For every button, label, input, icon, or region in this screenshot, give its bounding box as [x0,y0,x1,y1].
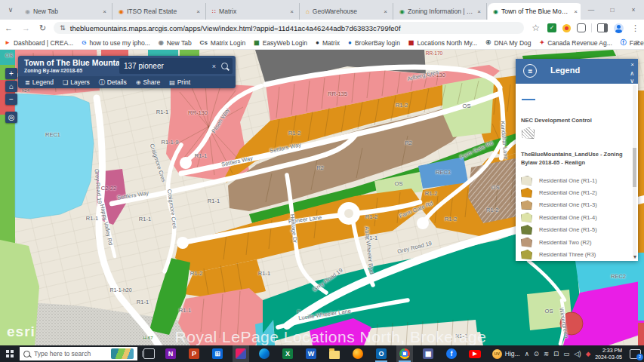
search-icon[interactable] [221,63,228,69]
home-extent-button[interactable]: ⌂ [5,81,17,92]
legend-item: Residential One (R1-5) [521,224,633,236]
browser-tab[interactable]: ⌂ GeoWarehouse × [300,3,393,20]
legend-chevron-up-icon[interactable]: ∧ [630,71,634,77]
uv-index-icon: UV [492,349,502,359]
clear-search-icon[interactable]: × [212,63,216,70]
close-window-button[interactable]: × [623,6,644,14]
menu-kebab-icon[interactable]: ⋮ [631,23,639,33]
tray-icon[interactable]: ◁) [574,350,581,357]
taskbar-app-button[interactable]: N [162,345,179,362]
tab-title: GeoWarehouse [313,8,381,15]
notification-badge: 2 [636,354,643,360]
app-icon: P [189,348,199,359]
taskbar-app-button[interactable]: P [186,345,202,362]
bookmark-item[interactable]: ● BrokerBay login [348,39,400,47]
bookmark-item[interactable]: ▩ Locations North My... [408,39,477,47]
taskbar-clock[interactable]: 2:33 PM 2024-03-05 [595,347,622,361]
legend-scroll-down-icon[interactable]: ▾ [633,253,636,260]
taskbar-search-box[interactable]: Type here to search [20,347,137,360]
profile-avatar[interactable] [614,23,624,33]
tray-icon[interactable]: ∧ [525,350,529,357]
forward-icon[interactable]: → [22,23,30,32]
browser-tab[interactable]: ◉ ITSO Real Estate × [113,3,206,20]
legend-close-icon[interactable]: × [630,62,634,68]
tab-search-button[interactable]: ∨ [3,2,18,17]
side-panel-icon[interactable] [597,23,608,32]
bookmark-item[interactable]: ✦ Canada Revenue Ag... [540,39,612,47]
bookmark-star-icon[interactable]: ☆ [532,23,540,33]
legend-item-label: Residential One (R1-3) [539,201,597,208]
bookmark-item[interactable]: ● Matrix [316,39,340,47]
tab-close-icon[interactable]: × [290,8,294,15]
tab-close-icon[interactable]: × [384,8,387,15]
taskbar-app-button[interactable] [326,345,343,362]
toolbar-item[interactable]: ❏ Layers [63,78,90,86]
extension-honey-icon[interactable] [562,24,571,32]
bookmark-item[interactable]: ► Dashboard | CREA... [5,39,73,47]
windows-logo-icon [6,350,14,357]
taskbar-app-button[interactable] [396,345,413,362]
bookmarks-overflow-icon[interactable]: » [635,38,639,46]
address-bar[interactable]: ⇅ thebluemountains.maps.arcgis.com/apps/… [54,22,524,34]
app-subtitle: Zoning By-law #2018-65 [24,68,82,73]
taskbar-app-button[interactable]: f [443,345,460,362]
start-button[interactable] [0,345,20,362]
taskbar-app-button[interactable] [256,345,273,362]
browser-tab[interactable]: ◉ Town of The Blue Mountai... × [488,3,583,20]
browser-tab-strip: ∨ ◉ New Tab × ◉ ITSO Real Estate × ∷ Mat… [0,0,644,20]
browser-tab[interactable]: ∷ Matrix × [207,3,300,20]
taskbar-app-button[interactable]: W [303,345,319,362]
app-icon [329,351,340,359]
tray-icon[interactable]: ⊙ [534,350,539,357]
zoom-in-button[interactable]: + [5,68,17,79]
taskbar-app-button[interactable]: X [279,345,296,362]
extensions-icon[interactable] [577,23,586,32]
toolbar-item[interactable]: ▤ Print [169,78,190,86]
minimize-button[interactable]: — [581,6,602,14]
extension-check-icon[interactable]: ✓ [547,23,556,32]
tray-icon[interactable]: ◆ [586,350,591,357]
search-highlight-image[interactable] [111,348,134,359]
legend-scrollbar-thumb[interactable] [633,148,636,187]
toolbar-item[interactable]: ⊕ Share [136,78,160,86]
tab-close-icon[interactable]: × [196,8,200,15]
tab-close-icon[interactable]: × [574,8,578,15]
toolbar-item[interactable]: ⓘ Details [99,78,127,87]
taskbar-app-button[interactable]: ⊞ [209,345,226,362]
legend-body: NEC Development Control TheBlueMountains… [516,84,638,261]
taskbar-app-button[interactable]: ▶ [467,345,483,362]
tray-icon[interactable]: ≋ [544,350,549,357]
bookmark-item[interactable]: ▦ EasyWeb Login [254,39,307,47]
back-icon[interactable]: ← [5,23,13,32]
taskbar-app-button[interactable]: O [373,345,390,362]
browser-tab[interactable]: ◉ Zoning Information | Tow... × [394,3,487,20]
tab-close-icon[interactable]: × [103,8,106,15]
bookmark-item[interactable]: Cs Matrix Login [200,39,246,47]
refresh-icon[interactable]: ↻ [39,23,46,33]
tab-favicon: ◉ [25,8,30,15]
locate-button[interactable]: ◎ [5,112,17,123]
search-input[interactable]: 137 pioneer [124,62,212,70]
maximize-button[interactable]: □ [602,6,623,14]
legend-list-icon: ≣ [523,64,537,78]
browser-tab[interactable]: ◉ New Tab × [20,3,112,20]
tray-icon[interactable]: ⊡ [553,350,559,357]
bookmark-item[interactable]: ⓕ Facebook [621,38,644,47]
weather-widget[interactable]: UV Hig... [492,349,520,359]
taskbar-app-button[interactable] [233,345,249,362]
toolbar-item-label: Legend [32,78,54,86]
notification-center-icon[interactable]: 2 [630,349,641,359]
zoom-out-button[interactable]: − [5,94,17,105]
taskbar-app-button[interactable]: ▦ [420,345,436,362]
map-search-box[interactable]: 137 pioneer × [119,58,233,74]
task-view-icon[interactable] [143,348,155,359]
bookmark-item[interactable]: ◉ New Tab [159,39,192,47]
bookmark-item[interactable]: ④ DNA My Dog [485,39,531,47]
site-info-icon[interactable]: ⇅ [60,24,66,32]
tray-icon[interactable]: ▭ [563,350,569,357]
app-toolbar: ≣ Legend ❏ Layers ⓘ Details ⊕ Share [18,76,236,88]
bookmark-item[interactable]: G how to use my ipho... [82,39,150,47]
tab-close-icon[interactable]: × [477,8,481,15]
taskbar-app-button[interactable] [350,345,366,362]
toolbar-item[interactable]: ≣ Legend [25,78,54,86]
